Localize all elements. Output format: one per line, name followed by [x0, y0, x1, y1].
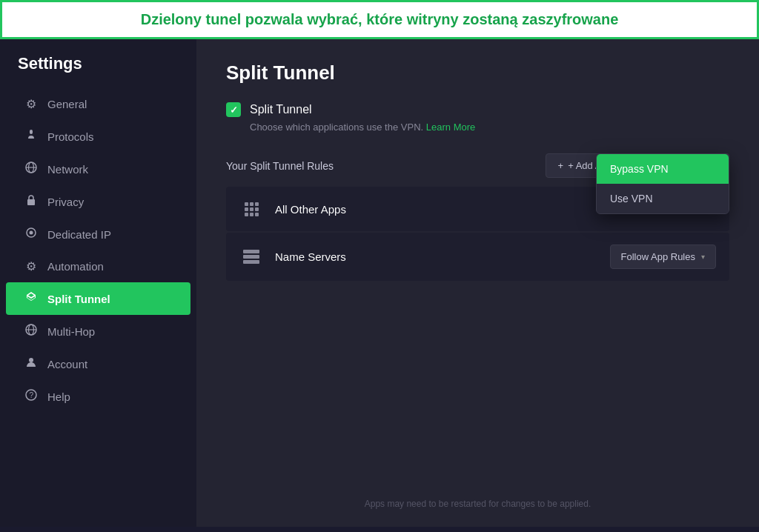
split-tunnel-toggle[interactable]	[226, 102, 241, 117]
sidebar-label-help: Help	[47, 390, 70, 403]
svg-point-9	[29, 358, 33, 362]
dedicated-ip-icon	[24, 227, 39, 242]
svg-text:?: ?	[30, 391, 34, 399]
sidebar-label-split-tunnel: Split Tunnel	[47, 293, 110, 305]
sidebar-label-network: Network	[47, 163, 88, 176]
sidebar-item-protocols[interactable]: Protocols	[6, 120, 190, 153]
sidebar-item-general[interactable]: ⚙ General	[6, 88, 190, 120]
all-other-apps-icon	[239, 199, 263, 219]
rules-label: Your Split Tunnel Rules	[226, 160, 334, 172]
protocols-icon	[24, 129, 39, 144]
help-icon: ?	[24, 389, 39, 404]
privacy-icon	[24, 194, 39, 209]
network-icon	[24, 162, 39, 176]
sidebar-item-automation[interactable]: ⚙ Automation	[6, 250, 190, 282]
banner: Dzielony tunel pozwala wybrać, które wit…	[0, 0, 759, 39]
svg-point-5	[30, 231, 33, 235]
sidebar-label-automation: Automation	[47, 260, 104, 273]
toggle-row: Split Tunnel	[226, 102, 729, 117]
sidebar-item-account[interactable]: Account	[6, 348, 190, 380]
account-icon	[24, 356, 39, 371]
name-servers-label: Name Servers	[275, 250, 610, 263]
sidebar-label-dedicated-ip: Dedicated IP	[47, 228, 111, 241]
banner-text: Dzielony tunel pozwala wybrać, które wit…	[141, 11, 619, 28]
sidebar-title: Settings	[0, 54, 196, 88]
dropdown-item-use-vpn[interactable]: Use VPN	[597, 184, 729, 213]
sidebar-item-split-tunnel[interactable]: Split Tunnel	[6, 282, 190, 315]
sidebar-label-account: Account	[47, 358, 87, 370]
multi-hop-icon	[24, 324, 39, 339]
rules-header: Your Split Tunnel Rules + + Add App IP o…	[226, 153, 729, 178]
sidebar-item-dedicated-ip[interactable]: Dedicated IP	[6, 218, 190, 250]
toggle-label: Split Tunnel	[250, 103, 312, 116]
follow-app-rules-label: Follow App Rules	[621, 251, 695, 262]
sidebar-label-multi-hop: Multi-Hop	[47, 325, 95, 338]
subtitle-text: Choose which applications use the VPN.	[250, 122, 423, 133]
dropdown-menu: Bypass VPN Use VPN	[596, 153, 729, 214]
split-tunnel-icon	[24, 291, 39, 306]
sidebar-label-protocols: Protocols	[47, 130, 94, 143]
footer-note: Apps may need to be restarted for change…	[226, 499, 729, 509]
chevron-down-icon: ▾	[701, 253, 705, 261]
main-content: Split Tunnel Split Tunnel Choose which a…	[196, 39, 759, 527]
sidebar-item-multi-hop[interactable]: Multi-Hop	[6, 315, 190, 348]
page-title: Split Tunnel	[226, 61, 729, 84]
sidebar-item-privacy[interactable]: Privacy	[6, 185, 190, 218]
plus-icon: +	[558, 160, 564, 171]
sidebar-label-privacy: Privacy	[47, 196, 84, 208]
sidebar: Settings ⚙ General Protocols Network	[0, 39, 196, 527]
dropdown-item-bypass-vpn[interactable]: Bypass VPN	[597, 154, 729, 184]
gear-icon: ⚙	[24, 97, 39, 111]
learn-more-link[interactable]: Learn More	[426, 122, 475, 133]
dropdown-overlay: Bypass VPN Use VPN	[596, 153, 729, 214]
sidebar-item-network[interactable]: Network	[6, 153, 190, 185]
subtitle: Choose which applications use the VPN. L…	[226, 122, 729, 133]
rule-row-name-servers: Name Servers Follow App Rules ▾	[226, 233, 729, 281]
sidebar-label-general: General	[47, 98, 87, 110]
sidebar-item-help[interactable]: ? Help	[6, 380, 190, 413]
name-servers-icon	[239, 247, 263, 267]
app-container: Settings ⚙ General Protocols Network	[0, 39, 759, 527]
follow-app-rules-dropdown[interactable]: Follow App Rules ▾	[610, 245, 716, 269]
svg-rect-3	[27, 199, 35, 205]
automation-icon: ⚙	[24, 259, 39, 273]
